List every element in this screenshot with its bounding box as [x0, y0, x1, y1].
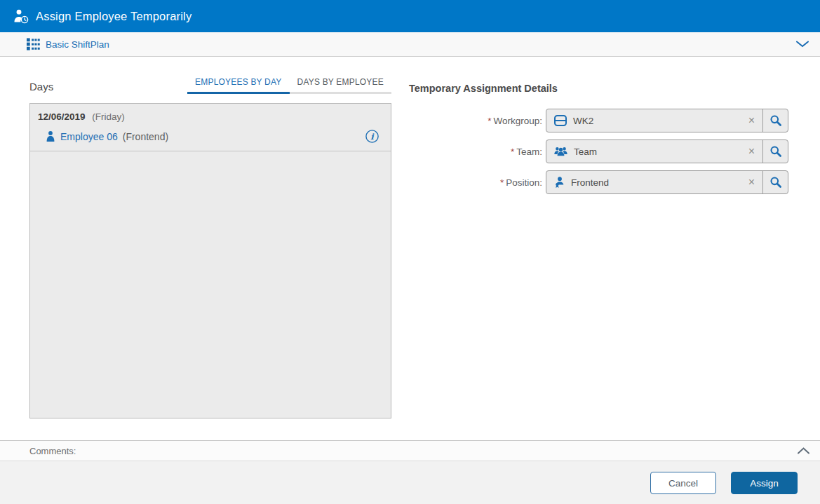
employee-row: Employee 06 (Frontend) i	[30, 124, 391, 151]
workgroup-label: *Workgroup:	[409, 116, 542, 126]
days-label: Days	[29, 81, 53, 94]
day-date-row: 12/06/2019 (Friday)	[30, 104, 391, 124]
required-marker: *	[488, 116, 491, 126]
team-label: *Team:	[409, 147, 542, 157]
team-search-button[interactable]	[762, 140, 788, 163]
employee-position: (Frontend)	[123, 131, 168, 142]
position-picker-field[interactable]: Frontend ×	[546, 170, 788, 194]
cancel-button[interactable]: Cancel	[650, 472, 716, 494]
employee-name-link[interactable]: Employee 06	[60, 131, 118, 142]
clear-icon[interactable]: ×	[741, 146, 762, 157]
day-name: (Friday)	[92, 111, 125, 122]
position-value: Frontend	[571, 177, 741, 188]
team-icon	[554, 147, 567, 156]
details-section-title: Temporary Assignment Details	[409, 83, 558, 94]
required-marker: *	[500, 177, 504, 188]
clear-icon[interactable]: ×	[741, 115, 762, 126]
position-field-row: *Position: Frontend ×	[409, 170, 788, 194]
assign-button[interactable]: Assign	[731, 472, 798, 494]
workgroup-search-button[interactable]	[762, 109, 788, 132]
workgroup-picker-field[interactable]: WK2 ×	[546, 109, 788, 132]
svg-text:i: i	[370, 132, 375, 142]
comments-accordion-header[interactable]: Comments:	[0, 440, 820, 461]
tab-employees-by-day[interactable]: EMPLOYEES BY DAY	[187, 77, 289, 94]
days-panel: 12/06/2019 (Friday) Employee 06 (Fronten…	[29, 103, 391, 418]
shiftplan-label: Basic ShiftPlan	[46, 39, 109, 50]
dialog-title: Assign Employee Temporarily	[36, 10, 191, 23]
assign-employee-temporarily-icon	[13, 9, 29, 24]
workgroup-field-row: *Workgroup: WK2 ×	[409, 109, 788, 132]
chevron-down-icon[interactable]	[796, 41, 809, 48]
workgroup-icon	[554, 115, 567, 126]
clear-icon[interactable]: ×	[741, 177, 762, 188]
position-label: *Position:	[409, 177, 542, 188]
info-icon[interactable]: i	[365, 129, 379, 144]
position-search-button[interactable]	[762, 171, 788, 193]
days-header-row: Days EMPLOYEES BY DAY DAYS BY EMPLOYEE	[29, 72, 391, 94]
position-icon	[554, 177, 565, 188]
day-group: 12/06/2019 (Friday) Employee 06 (Fronten…	[30, 104, 391, 151]
shiftplan-grid-icon	[27, 38, 40, 50]
dialog-footer: Cancel Assign	[0, 461, 820, 504]
team-value: Team	[574, 147, 741, 157]
shiftplan-accordion-header[interactable]: Basic ShiftPlan	[0, 32, 820, 57]
team-field-row: *Team: Team ×	[409, 139, 788, 163]
chevron-up-icon[interactable]	[798, 447, 809, 454]
dialog-titlebar: Assign Employee Temporarily	[0, 0, 820, 32]
team-picker-field[interactable]: Team ×	[546, 139, 788, 163]
day-view-tabs: EMPLOYEES BY DAY DAYS BY EMPLOYEE	[187, 77, 391, 94]
person-icon	[46, 131, 55, 142]
required-marker: *	[511, 147, 514, 157]
comments-label: Comments:	[29, 446, 76, 456]
workgroup-value: WK2	[573, 116, 741, 126]
day-date: 12/06/2019	[38, 111, 86, 122]
details-fields: *Workgroup: WK2 × *Team:	[409, 109, 788, 201]
tab-days-by-employee[interactable]: DAYS BY EMPLOYEE	[290, 77, 391, 94]
